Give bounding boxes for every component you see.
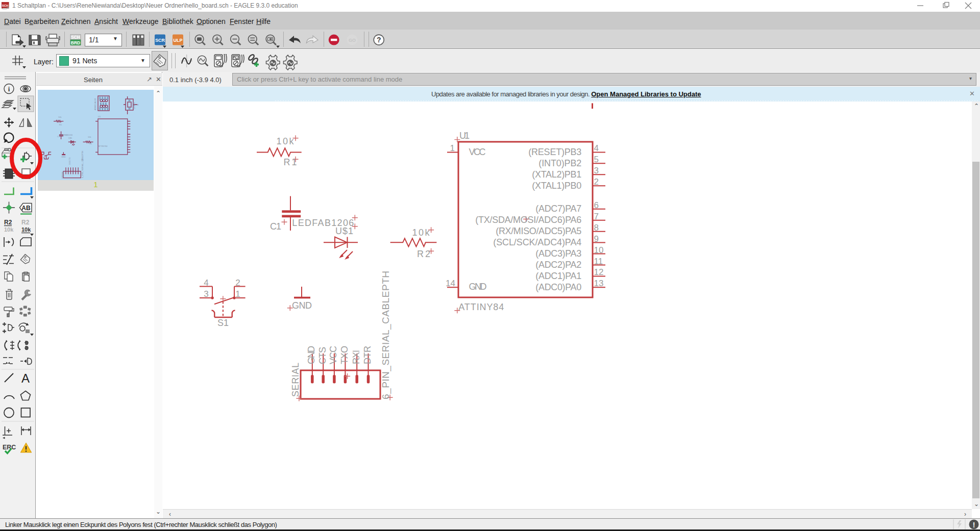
svg-text:10k: 10k [88, 136, 91, 138]
svg-text:(ADC1)PA1: (ADC1)PA1 [535, 271, 581, 281]
svg-text:5: 5 [594, 155, 599, 164]
svg-text:SCH: SCH [71, 35, 80, 40]
svg-text:10k: 10k [412, 227, 430, 238]
svg-text:10: 10 [594, 245, 604, 255]
svg-text:(ADC7)PA7: (ADC7)PA7 [535, 204, 581, 214]
svg-text:3: 3 [204, 289, 208, 299]
svg-text:1: 1 [235, 289, 240, 299]
svg-text:R1: R1 [59, 123, 62, 126]
svg-text:GND: GND [469, 282, 486, 292]
svg-text:GO: GO [349, 38, 356, 43]
svg-text:(ADC0)PA0: (ADC0)PA0 [535, 282, 581, 292]
svg-text:S1: S1 [217, 318, 229, 328]
svg-text:ULP: ULP [174, 38, 183, 43]
svg-text:(XTAL1)PB0: (XTAL1)PB0 [532, 181, 581, 191]
svg-text:QUARZ: QUARZ [133, 102, 135, 109]
svg-text:SERIAL: SERIAL [61, 171, 64, 179]
svg-text:10k: 10k [58, 116, 61, 118]
svg-text:6_PIN_SERIAL_CABLEPTH: 6_PIN_SERIAL_CABLEPTH [81, 151, 84, 178]
svg-text:ATTINY84: ATTINY84 [98, 145, 108, 147]
svg-text:8: 8 [594, 223, 599, 233]
svg-text:GND CTS: GND CTS [69, 158, 71, 165]
svg-text:12: 12 [594, 267, 604, 277]
svg-text:VCC: VCC [469, 147, 485, 157]
svg-text:(RESET)PB3: (RESET)PB3 [528, 147, 581, 157]
svg-text:10k: 10k [4, 226, 14, 233]
svg-text:3: 3 [594, 166, 599, 175]
svg-text:SERIAL: SERIAL [290, 363, 301, 397]
svg-text:R2: R2 [89, 142, 92, 145]
svg-text:(ADC3)PA3: (ADC3)PA3 [535, 248, 581, 259]
svg-text:SCR: SCR [155, 38, 165, 43]
svg-text:U$1: U$1 [68, 137, 72, 139]
svg-text:6_PIN_SERIAL_CABLEPTH: 6_PIN_SERIAL_CABLEPTH [380, 271, 391, 399]
svg-text:TXO: TXO [339, 346, 350, 364]
svg-text:R: R [137, 104, 139, 106]
svg-text:(ADC2)PA2: (ADC2)PA2 [535, 260, 581, 270]
svg-text:LEDFAB1206: LEDFAB1206 [60, 134, 73, 136]
svg-text:6: 6 [594, 200, 599, 210]
svg-text:DTR: DTR [362, 346, 373, 364]
svg-text:i: i [8, 85, 10, 93]
svg-text:VCC: VCC [328, 346, 338, 364]
svg-text:?: ? [377, 36, 381, 44]
svg-text:4: 4 [594, 143, 599, 153]
svg-text:ATMEGA168: ATMEGA168 [94, 98, 96, 110]
svg-text:7: 7 [594, 212, 599, 221]
svg-text:10k: 10k [276, 136, 294, 146]
svg-text:C1: C1 [57, 135, 60, 138]
svg-text:4: 4 [204, 278, 208, 288]
svg-text:(RX/MISO/ADC5)PA5: (RX/MISO/ADC5)PA5 [496, 226, 581, 236]
svg-text:13: 13 [594, 279, 604, 288]
svg-text:R2: R2 [417, 249, 430, 259]
svg-text:(TX/SDA/MOSI/ADC6)PA6: (TX/SDA/MOSI/ADC6)PA6 [475, 215, 581, 225]
svg-text:(XTAL2)PB1: (XTAL2)PB1 [532, 169, 581, 180]
svg-text:AB: AB [21, 205, 31, 212]
svg-text:R1: R1 [283, 157, 297, 167]
svg-text:GND: GND [292, 300, 312, 311]
svg-text:U$1: U$1 [335, 226, 353, 236]
svg-text:2: 2 [594, 177, 599, 187]
svg-text:!: ! [973, 521, 975, 529]
svg-text:(INT0)PB2: (INT0)PB2 [538, 158, 581, 168]
svg-text:BRD: BRD [71, 40, 80, 45]
svg-text:U1: U1 [98, 115, 101, 118]
svg-text:1: 1 [450, 143, 455, 153]
svg-text:2: 2 [235, 278, 240, 288]
svg-text:C1: C1 [270, 221, 281, 232]
svg-text:CTS: CTS [317, 347, 328, 364]
svg-text:RXI: RXI [351, 350, 361, 364]
svg-text:GND: GND [306, 346, 316, 364]
svg-text:11: 11 [594, 257, 603, 266]
svg-text:ATTINY84: ATTINY84 [458, 302, 504, 312]
svg-text:U1: U1 [459, 131, 470, 141]
svg-text:(SCL/SCK/ADC4)PA4: (SCL/SCK/ADC4)PA4 [493, 237, 581, 247]
svg-text:10k: 10k [21, 226, 31, 233]
svg-text:R2: R2 [21, 219, 30, 226]
svg-text:A: A [21, 371, 30, 385]
svg-text:14: 14 [446, 279, 455, 288]
svg-text:GND: GND [61, 156, 66, 158]
svg-text:R2: R2 [4, 219, 12, 226]
svg-text:9: 9 [594, 234, 599, 244]
svg-text:SCH: SCH [2, 4, 9, 7]
